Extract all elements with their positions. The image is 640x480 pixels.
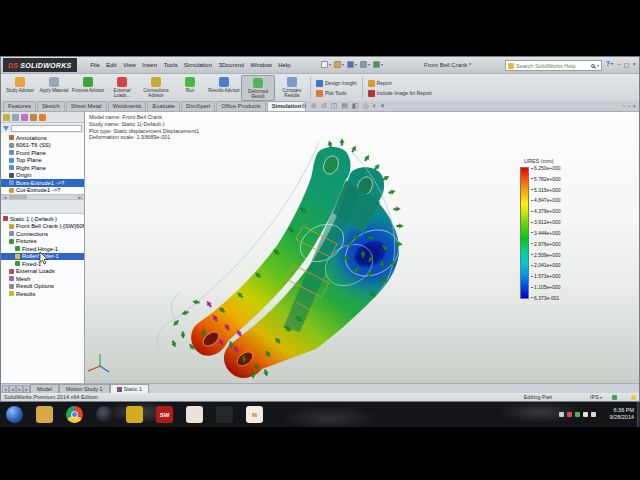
status-yellow-icon[interactable] [631,395,636,400]
media-app-icon[interactable] [186,406,203,423]
ribbon-button[interactable]: Deformed Result [241,75,275,101]
configurationmanager-tab-icon[interactable] [21,114,28,121]
gold-app-icon[interactable] [126,406,143,423]
tree-item[interactable]: Origin [1,172,84,180]
command-tab[interactable]: Features [3,101,36,111]
tab-scroll-left-icon[interactable]: ◂ [9,385,16,393]
ribbon-button[interactable]: Fixtures Advisor [71,75,105,101]
menu-item[interactable]: Insert [139,62,160,68]
search-icon[interactable] [591,64,595,68]
tree-item[interactable]: Results [1,290,84,298]
ribbon-button[interactable]: Plot Tools [316,90,357,97]
ribbon-button[interactable]: Design Insight [316,80,357,87]
help-icon[interactable]: ? [606,60,610,67]
tree-item[interactable]: Annotations [1,134,84,142]
open-icon[interactable]: ▾ [334,61,344,68]
edit-appearance-icon[interactable]: ◐ [373,102,377,110]
tree-item[interactable]: Boss-Extrude1 ->? [1,179,84,187]
menu-item[interactable]: Help [275,62,294,68]
m-app-icon[interactable]: M [246,406,263,423]
rebuild-icon[interactable]: ▾ [373,61,383,68]
chevron-down-icon[interactable]: ▾ [597,63,599,68]
ribbon-button[interactable]: Run [173,75,207,101]
tree-item[interactable]: Top Plane [1,157,84,165]
tree-item[interactable]: Cut-Extrude1 ->? [1,187,84,195]
minimize-button[interactable]: – [617,61,620,68]
command-tab[interactable]: Sketch [37,101,65,111]
chevron-down-icon[interactable]: ▾ [611,61,613,66]
tray-app-red-icon[interactable] [567,412,572,417]
close-button[interactable]: × [632,61,636,68]
featuremanager-tab-icon[interactable] [3,114,10,121]
tree-item[interactable]: Fixtures [1,238,84,246]
propertymanager-tab-icon[interactable] [12,114,19,121]
command-tab[interactable]: Weldments [108,101,147,111]
hide-show-items-icon[interactable]: ◎ [363,102,369,110]
menu-item[interactable]: View [120,62,139,68]
document-tab[interactable]: Motion Study 1 [59,384,110,393]
menu-item[interactable]: Tools [160,62,180,68]
volume-icon[interactable] [583,412,588,417]
filter-icon[interactable] [3,126,9,131]
unit-system-selector[interactable]: IPS▾ [590,394,602,400]
undo-icon[interactable]: ▾ [360,61,370,68]
tab-scroll-last-icon[interactable]: ▸ [23,385,30,393]
taskbar-clock[interactable]: 6:36 PM 9/28/2014 [610,407,634,421]
save-icon[interactable]: ▾ [347,61,357,68]
tab-scroll-right-icon[interactable]: ▸ [16,385,23,393]
doc-restore-button[interactable]: ▫ [628,103,630,109]
document-tab[interactable]: Static 1 [110,384,149,393]
sw-flyout-icon[interactable] [508,63,514,69]
ribbon-button[interactable]: Report [368,80,432,87]
displaymanager-tab-icon[interactable] [39,114,46,121]
ribbon-button[interactable]: External Loads... [105,75,139,101]
explorer-icon[interactable] [36,406,53,423]
ribbon-button[interactable]: Apply Material [37,75,71,101]
start-button[interactable] [6,406,23,423]
view-orientation-icon[interactable]: ▤ [341,102,348,110]
new-document-icon[interactable]: ▾ [321,61,331,68]
command-tab[interactable]: Sheet Metal [66,101,107,111]
dimxpertmanager-tab-icon[interactable] [30,114,37,121]
restore-button[interactable]: ▢ [624,61,630,68]
document-tab[interactable]: Model [30,384,59,393]
scroll-right-icon[interactable]: ▸ [77,195,83,200]
solidworks-icon[interactable]: SW [156,406,173,423]
command-tab[interactable]: DimXpert [181,101,215,111]
section-view-icon[interactable]: ◫ [331,102,338,110]
doc-minimize-button[interactable]: ▫ [623,103,625,109]
doc-close-button[interactable]: × [633,103,636,109]
command-tab[interactable]: Office Products [216,101,266,111]
tree-item[interactable]: External Loads [1,268,84,276]
tree-item[interactable]: 6061-T6 (SS) [1,142,84,150]
search-input[interactable] [516,63,589,69]
steam-icon[interactable] [96,406,113,423]
tray-app-green-icon[interactable] [575,412,580,417]
ribbon-button[interactable]: Include Image for Report [368,90,432,97]
display-style-icon[interactable]: ◧ [352,102,359,110]
ribbon-button[interactable]: Compare Results [275,75,309,101]
scrollbar-thumb[interactable] [9,195,27,199]
zoom-fit-icon[interactable]: ⊕ [301,102,307,110]
chrome-icon[interactable] [66,406,83,423]
network-icon[interactable] [591,412,596,417]
zoom-area-icon[interactable]: ⊖ [311,102,317,110]
menu-item[interactable]: Simulation [181,62,215,68]
tree-item[interactable]: Front Bell Crank (-[SW]6061- [1,223,84,231]
tab-scroll-first-icon[interactable]: ◂ [2,385,9,393]
dark-app-icon[interactable] [216,406,233,423]
tree-item[interactable]: Connections [1,230,84,238]
scroll-left-icon[interactable]: ◂ [2,195,8,200]
filter-input[interactable] [11,125,82,132]
menu-item[interactable]: File [87,62,103,68]
viewport[interactable]: Model name: Front Bell CrankStudy name: … [85,112,639,383]
ribbon-button[interactable]: Connections Advisor [139,75,173,101]
previous-view-icon[interactable]: ↺ [321,102,327,110]
pane-splitter[interactable] [1,200,84,214]
status-green-icon[interactable] [612,395,617,400]
tree-item[interactable]: Result Options [1,283,84,291]
show-hidden-icons[interactable] [559,412,564,417]
tree-item[interactable]: Static 1 (-Default-) [1,215,84,223]
menu-item[interactable]: 3Dcontrol [215,62,247,68]
view-settings-icon[interactable]: ▾ [381,102,385,110]
